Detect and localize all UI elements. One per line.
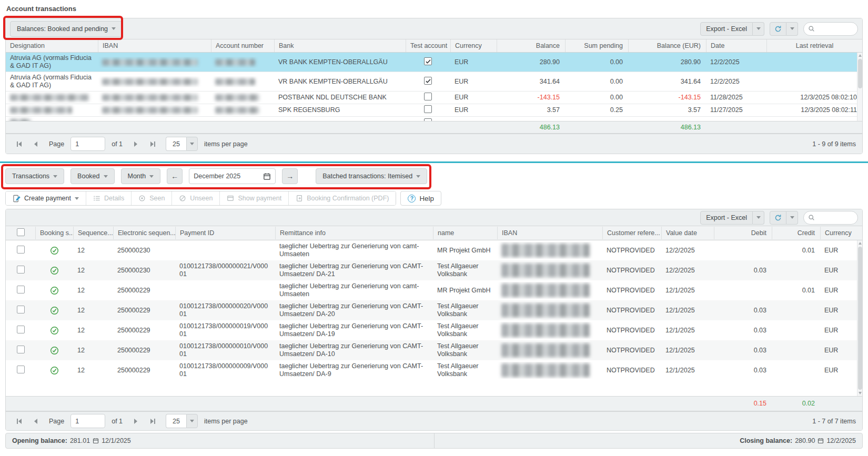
period-datepicker[interactable]: December 2025 (189, 168, 276, 184)
transaction-row[interactable]: 12 250000229 0100121738/000000020/V00001… (6, 300, 862, 320)
booking-confirmation-button[interactable]: Booking Confirmation (PDF) (288, 191, 396, 205)
details-button[interactable]: Details (86, 191, 131, 205)
transaction-row[interactable]: 12 250000229 0100121738/000000019/V00001… (6, 320, 862, 340)
next-page-button[interactable] (129, 137, 143, 151)
scrollbar-thumb[interactable] (858, 247, 862, 390)
col-sequence[interactable]: Sequence... (73, 227, 113, 239)
page-size-select[interactable]: 25 (166, 414, 198, 428)
transaction-row[interactable]: 12 250000230 0100121738/000000021/V00001… (6, 260, 862, 280)
bank-cell: POSTBANK NDL DEUTSCHE BANK (274, 92, 406, 103)
first-page-button[interactable] (12, 137, 26, 151)
row-checkbox[interactable] (17, 306, 25, 313)
help-button[interactable]: ? Help (400, 191, 441, 206)
refresh-button[interactable] (770, 211, 786, 225)
row-checkbox[interactable] (17, 246, 25, 254)
closing-balance-value: 280.90 (795, 437, 815, 444)
col-credit[interactable]: Credit (772, 227, 820, 239)
export-excel-button[interactable]: Export - Excel (700, 211, 753, 225)
calendar-icon[interactable] (263, 173, 271, 180)
col-remittance-info[interactable]: Remittance info (275, 227, 433, 239)
scroll-up-icon[interactable] (859, 242, 862, 245)
transactions-type-dropdown[interactable]: Transactions (5, 168, 64, 184)
balance-row[interactable]: Atruvia AG (vormals Fiducia & GAD IT AG)… (6, 72, 862, 92)
previous-page-button[interactable] (29, 137, 43, 151)
col-bank[interactable]: Bank (274, 39, 406, 52)
transaction-row[interactable]: 12 250000229 0100121738/000000009/V00001… (6, 360, 862, 380)
first-page-button[interactable] (12, 414, 26, 428)
chevron-down-icon[interactable] (186, 414, 198, 428)
row-checkbox[interactable] (17, 266, 25, 273)
balance-row[interactable]: SPK REGENSBURG EUR 3.57 0.25 3.57 11/27/… (6, 104, 862, 117)
period-dropdown[interactable]: Month (121, 168, 161, 184)
scroll-up-icon[interactable] (859, 54, 862, 57)
balance-row[interactable]: POSTBANK NDL DEUTSCHE BANK EUR -143.15 0… (6, 92, 862, 104)
col-name[interactable]: name (433, 227, 497, 239)
export-dropdown-button[interactable] (753, 211, 764, 225)
redacted-designation (10, 107, 72, 114)
col-date[interactable]: Date (706, 39, 766, 52)
col-last-retrieval[interactable]: Last retrieval (766, 39, 862, 52)
booking-status-dropdown[interactable]: Booked (70, 168, 114, 184)
previous-period-button[interactable]: ← (167, 168, 183, 184)
row-checkbox[interactable] (17, 346, 25, 353)
page-size-select[interactable]: 25 (166, 137, 198, 151)
col-sum-pending[interactable]: Sum pending (565, 39, 628, 52)
export-excel-button[interactable]: Export - Excel (700, 22, 753, 36)
next-period-button[interactable]: → (282, 168, 298, 184)
seen-button[interactable]: Seen (131, 191, 171, 205)
chevron-down-icon[interactable] (186, 137, 198, 151)
last-page-button[interactable] (146, 414, 159, 428)
refresh-button[interactable] (770, 22, 786, 36)
col-balance-eur[interactable]: Balance (EUR) (628, 39, 706, 52)
col-debit[interactable]: Debit (714, 227, 772, 239)
next-page-button[interactable] (129, 414, 143, 428)
scrollbar-thumb[interactable] (858, 59, 862, 88)
transactions-vertical-scrollbar[interactable] (857, 240, 862, 396)
unseen-button[interactable]: Unseen (171, 191, 219, 205)
transaction-row[interactable]: 12 250000229 0100121738/000000010/V00001… (6, 340, 862, 360)
opening-balance-date: 12/1/2025 (102, 437, 131, 444)
col-electronic-sequence[interactable]: Electronic sequen... (113, 227, 175, 239)
test-account-checkbox[interactable] (424, 57, 432, 65)
page-number-input[interactable] (70, 137, 105, 151)
col-account-number[interactable]: Account number (211, 39, 274, 52)
balance-row[interactable]: Atruvia AG (vormals Fiducia & GAD IT AG)… (6, 53, 862, 72)
test-account-checkbox[interactable] (424, 77, 432, 85)
col-value-date[interactable]: Value date (661, 227, 714, 239)
refresh-dropdown-button[interactable] (786, 211, 798, 225)
row-checkbox[interactable] (17, 286, 25, 293)
col-test-account[interactable]: Test account (406, 39, 450, 52)
scroll-down-icon[interactable] (859, 392, 862, 394)
page-label: Page (49, 140, 64, 148)
last-page-button[interactable] (146, 137, 159, 151)
col-currency[interactable]: Currency (820, 227, 862, 239)
transactions-search-input[interactable] (817, 214, 854, 221)
page-number-input[interactable] (70, 414, 105, 428)
col-currency[interactable]: Currency (450, 39, 497, 52)
transaction-row[interactable]: 12 250000229 taeglicher Uebertrag zur Ge… (6, 280, 862, 300)
transaction-row[interactable]: 12 250000230 taeglicher Uebertrag zur Ge… (6, 240, 862, 260)
row-checkbox[interactable] (17, 326, 25, 333)
col-booking-status[interactable]: Booking s... (35, 227, 73, 239)
balances-filter-dropdown[interactable]: Balances: Booked and pending (10, 21, 123, 37)
balances-vertical-scrollbar[interactable] (857, 53, 862, 121)
col-balance[interactable]: Balance (497, 39, 565, 52)
col-iban[interactable]: IBAN (497, 227, 602, 239)
test-account-checkbox[interactable] (424, 93, 432, 100)
test-account-checkbox[interactable] (424, 118, 432, 121)
create-payment-button[interactable]: Create payment (6, 191, 86, 205)
batched-transactions-dropdown[interactable]: Batched transactions: Itemised (316, 168, 427, 184)
select-all-checkbox[interactable] (17, 228, 25, 236)
previous-page-button[interactable] (29, 414, 43, 428)
col-customer-reference[interactable]: Customer refere... (602, 227, 661, 239)
balance-row-partial[interactable] (6, 117, 862, 121)
row-checkbox[interactable] (17, 366, 25, 373)
col-payment-id[interactable]: Payment ID (175, 227, 275, 239)
balances-search-input[interactable] (817, 25, 854, 33)
col-designation[interactable]: Designation (6, 39, 98, 52)
col-iban[interactable]: IBAN (98, 39, 211, 52)
export-dropdown-button[interactable] (753, 22, 764, 36)
refresh-dropdown-button[interactable] (786, 22, 798, 36)
show-payment-button[interactable]: Show payment (219, 191, 288, 205)
test-account-checkbox[interactable] (424, 105, 432, 113)
